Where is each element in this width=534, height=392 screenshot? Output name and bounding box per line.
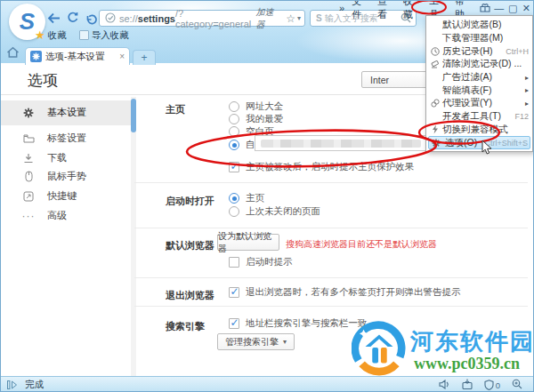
refresh-button[interactable]: [67, 12, 79, 28]
radio-icon[interactable]: [229, 101, 239, 112]
menu-item-developer-tools[interactable]: 开发者工具(T) F12: [426, 110, 532, 124]
search-engine-section-label: 搜索引擎: [166, 320, 205, 333]
address-caret-icon[interactable]: ▾: [297, 14, 301, 22]
watermark-site-url: www.pc0359.cn: [414, 355, 520, 373]
url-host: settings: [138, 13, 175, 24]
menu-favorites[interactable]: 收藏: [400, 0, 425, 22]
star-icon: ★: [35, 28, 45, 42]
menu-item-label: 开发者工具(T): [442, 110, 501, 123]
clock-icon: [430, 46, 440, 56]
sidebar-label: 下载: [47, 151, 67, 164]
submenu-arrow-icon: ▸: [525, 74, 529, 82]
scrollbar-thumb[interactable]: [131, 99, 136, 132]
checkbox-unchecked-icon[interactable]: [229, 257, 239, 268]
accelerator-link[interactable]: 加速器: [255, 6, 281, 31]
exit-warning-checkbox[interactable]: 退出浏览器时，若有多个标签页打开则弹出警告提示: [229, 286, 461, 299]
url-path: /?category=general: [175, 8, 256, 29]
home-button[interactable]: [6, 46, 20, 62]
radio-icon[interactable]: [229, 126, 239, 137]
scrollbar-track[interactable]: [131, 97, 136, 376]
startup-prompt-checkbox[interactable]: 启动时提示: [229, 256, 293, 268]
radio-icon-selected[interactable]: [229, 193, 239, 204]
custom-homepage-input[interactable]: [255, 135, 427, 151]
menu-item-ad-filter[interactable]: 广告过滤(A) ▸: [426, 71, 532, 84]
checkbox-checked-icon[interactable]: [229, 287, 239, 298]
zoom-icon[interactable]: [512, 377, 522, 392]
ad-filter-shield-icon[interactable]: 0: [484, 380, 500, 390]
favorites-button[interactable]: ★ 收藏: [35, 28, 67, 42]
proxy-icon: [430, 99, 440, 108]
option-label: 地址栏搜索引擎与搜索栏一致: [246, 317, 368, 330]
button-label: 管理搜索引擎: [225, 336, 279, 348]
browser-window: S » 文件 查看 收藏 工具 帮助 — ▢ ✕ ▾ se://settings…: [0, 0, 534, 392]
checkbox-checked-icon[interactable]: [229, 162, 239, 172]
radio-my-favorites[interactable]: 我的最爱: [229, 113, 283, 125]
menu-item-proxy-settings[interactable]: 代理设置(Y) ▸: [426, 97, 532, 110]
option-label: 我的最爱: [246, 113, 283, 125]
menu-view[interactable]: 查看: [374, 0, 400, 22]
sidebar-item-download[interactable]: 下载: [1, 148, 131, 167]
radio-site-navigation[interactable]: 网址大全: [229, 100, 283, 113]
address-bar[interactable]: se://settings/?category=general 加速器 ☆ ▾: [99, 10, 305, 27]
menu-item-label: 智能填表(F): [442, 84, 491, 97]
option-label: 主页: [246, 192, 264, 204]
menu-item-default-browser[interactable]: 默认浏览器(B): [426, 19, 532, 32]
search-engine-sync-checkbox[interactable]: 地址栏搜索引擎与搜索栏一致: [229, 317, 368, 330]
watermark-logo: [352, 321, 407, 376]
homepage-protect-checkbox[interactable]: 主页被篡改后，启动时提示主页保护效果: [229, 161, 414, 173]
radio-icon-selected[interactable]: [229, 140, 239, 150]
submenu-arrow-icon: ▸: [525, 86, 529, 94]
radio-icon[interactable]: [229, 206, 239, 217]
tab-settings-icon: [22, 132, 35, 145]
menu-item-compatibility-mode[interactable]: 切换到兼容模式: [426, 124, 532, 137]
sidebar-toggle-icon[interactable]: [7, 377, 18, 392]
new-tab-button[interactable]: +: [133, 50, 156, 65]
sidebar-item-tabs[interactable]: 标签设置: [1, 129, 131, 148]
menu-file[interactable]: 文件: [348, 0, 374, 22]
manage-search-engines-button[interactable]: 管理搜索引擎 ▾: [217, 333, 295, 350]
hotkey-icon: [22, 190, 35, 203]
menu-item-history[interactable]: 历史记录(H) Ctrl+H: [426, 44, 532, 58]
sidebar-label: 高级: [47, 209, 67, 222]
shield-count: 0: [496, 380, 500, 390]
exit-section-label: 退出浏览器: [166, 289, 214, 302]
menu-item-clear-history[interactable]: 清除浏览记录(D) ...: [426, 58, 532, 71]
sidebar-item-advanced[interactable]: ··· 高级: [1, 206, 131, 225]
sidebar-label: 快捷键: [47, 189, 77, 203]
close-button[interactable]: ✕: [520, 3, 533, 14]
chevron-down-icon: ▾: [283, 338, 287, 346]
default-browser-warning: 搜狗高速浏览器目前还不是默认浏览器: [286, 238, 437, 251]
maximize-button[interactable]: ▢: [506, 3, 519, 14]
tab-options[interactable]: 选项-基本设置 ×: [25, 47, 130, 65]
menu-item-options[interactable]: 选项(O) Ctrl+Shift+S: [428, 136, 530, 149]
sidebar-item-hotkeys[interactable]: 快捷键: [1, 187, 131, 205]
speaker-icon[interactable]: [439, 377, 450, 392]
bookmark-star-icon[interactable]: ☆: [286, 12, 295, 25]
status-bar: 完成 0: [1, 376, 534, 392]
section-divider: [134, 228, 528, 228]
radio-icon[interactable]: [229, 114, 239, 124]
radio-startup-last-session[interactable]: 上次未关闭的页面: [229, 205, 320, 218]
option-label: 启动时提示: [246, 256, 293, 268]
download-manager-icon[interactable]: [462, 377, 473, 392]
minimize-button[interactable]: —: [492, 3, 506, 13]
site-safety-icon[interactable]: [105, 12, 116, 25]
sidebar-item-mouse-gestures[interactable]: 鼠标手势: [1, 167, 131, 186]
sidebar-item-basic[interactable]: 基本设置: [1, 103, 131, 122]
radio-startup-homepage[interactable]: 主页: [229, 192, 264, 204]
menu-item-label: 广告过滤(A): [442, 71, 492, 84]
search-engine-logo[interactable]: S: [316, 13, 322, 23]
menu-shortcut: F12: [514, 112, 529, 121]
tab-close-icon[interactable]: ×: [119, 52, 125, 61]
set-default-browser-button[interactable]: 设为默认浏览器: [217, 234, 279, 251]
menu-item-smart-form-fill[interactable]: 智能填表(F) ▸: [426, 84, 532, 97]
menu-item-download-manager[interactable]: 下载管理器(M): [426, 32, 532, 45]
skin-icon[interactable]: [477, 0, 492, 16]
gear-icon: [22, 107, 35, 119]
import-favorites-button[interactable]: 导入收藏: [79, 29, 129, 42]
back-button[interactable]: [47, 12, 61, 28]
homepage-section-label: 主页: [166, 103, 185, 116]
url-scheme: se://: [119, 13, 138, 24]
menu-overflow-chevron[interactable]: »: [336, 2, 348, 14]
checkbox-checked-icon[interactable]: [229, 318, 239, 329]
